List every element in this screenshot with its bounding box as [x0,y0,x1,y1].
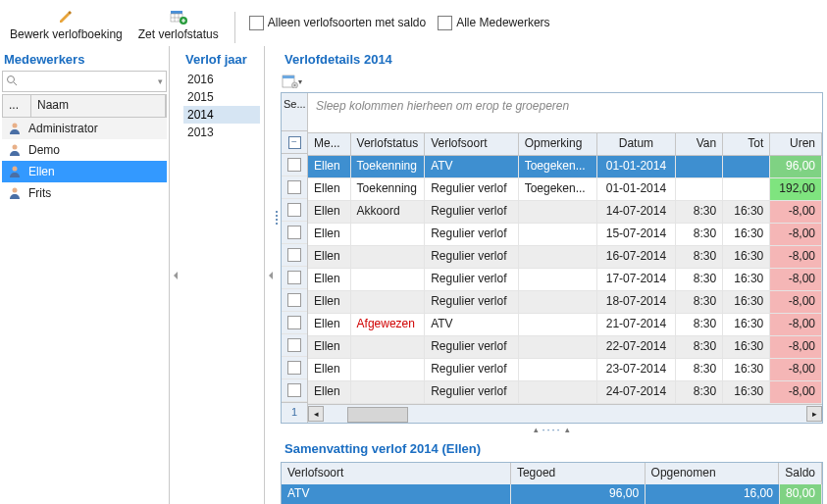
table-row[interactable]: EllenRegulier verlof17-07-20148:3016:30-… [308,269,822,291]
row-checkbox-cell[interactable] [282,289,307,312]
row-checkbox[interactable] [287,271,301,284]
scroll-right-button[interactable]: ▸ [806,406,822,422]
employee-row[interactable]: Frits [2,182,167,204]
col-opmerking[interactable]: Opmerking [519,133,597,155]
chevron-down-icon[interactable]: ▾ [298,77,302,86]
year-item[interactable]: 2015 [183,88,260,106]
sum-col-tegoed[interactable]: Tegoed [511,463,646,484]
row-checkbox[interactable] [287,293,301,307]
cell-verlofstatus: Toekenning [351,156,426,177]
employee-header-icon-col[interactable]: ... [3,95,31,117]
col-datum[interactable]: Datum [597,133,676,155]
table-row[interactable]: EllenRegulier verlof15-07-20148:3016:30-… [308,224,822,246]
row-checkbox[interactable] [287,383,301,397]
employee-header-name[interactable]: Naam [31,95,166,117]
cell-verlofstatus [351,246,426,268]
set-status-button[interactable]: Zet verlofstatus [132,2,225,43]
table-row[interactable]: EllenRegulier verlof23-07-20148:3016:30-… [308,359,822,381]
scrollbar-thumb[interactable] [347,407,408,423]
splitter-vertical-1[interactable] [170,46,181,504]
row-checkbox-cell[interactable] [282,154,307,176]
row-checkbox-cell[interactable] [282,334,307,357]
row-checkbox[interactable] [287,203,301,217]
row-checkbox[interactable] [287,248,301,262]
all-employees-checkbox[interactable]: Alle Medewerkers [434,14,553,32]
employee-row[interactable]: Demo [2,139,167,161]
table-row[interactable]: EllenRegulier verlof22-07-20148:3016:30-… [308,336,822,359]
sum-col-opgenomen[interactable]: Opgenomen [646,463,780,484]
cell-verlofstatus [351,291,426,313]
row-checkbox[interactable] [287,158,301,172]
col-verlofsoort[interactable]: Verlofsoort [425,133,518,155]
employee-row[interactable]: Administrator [2,118,167,139]
cell-van: 8:30 [676,381,723,403]
table-row[interactable]: EllenRegulier verlof18-07-20148:3016:30-… [308,291,822,314]
col-medewerker[interactable]: Me... [308,133,351,155]
cell-van [676,156,723,177]
cell-medewerker: Ellen [308,246,351,268]
cell-medewerker: Ellen [308,156,351,177]
table-row[interactable]: EllenToekenningATVToegeken...01-01-20149… [308,156,822,178]
cell-medewerker: Ellen [308,224,351,245]
splitter-vertical-2[interactable] [265,46,277,504]
row-checkbox[interactable] [287,338,301,352]
horizontal-scrollbar[interactable] [326,407,806,421]
group-by-area[interactable]: Sleep kolommen hierheen om erop te groep… [308,93,822,133]
table-row[interactable]: EllenAkkoordRegulier verlof14-07-20148:3… [308,201,822,224]
employee-search-input[interactable] [3,73,155,90]
row-checkbox-cell[interactable] [282,244,307,267]
grid-options-icon[interactable] [281,73,300,90]
employee-row[interactable]: Ellen [2,161,167,182]
cell-van [676,178,723,200]
summary-row[interactable]: ATV96,0016,0080,00 [282,484,822,504]
cell-tot: 16:30 [723,381,770,403]
row-drag-handle[interactable] [274,211,280,225]
splitter-horizontal[interactable]: ▴ ···· ▴ [281,424,823,435]
cell-verlofstatus: Akkoord [351,201,426,223]
employee-grid-header: ... Naam [2,94,167,118]
col-verlofstatus[interactable]: Verlofstatus [351,133,426,155]
cell-uren: 96,00 [770,156,822,177]
year-item[interactable]: 2016 [183,71,260,88]
table-row[interactable]: EllenRegulier verlof16-07-20148:3016:30-… [308,246,822,269]
row-checkbox[interactable] [287,226,301,239]
cell-tot [723,156,770,177]
cell-verlofstatus [351,269,426,290]
row-checkbox[interactable] [287,316,301,329]
year-item[interactable]: 2014 [183,106,260,124]
row-checkbox-cell[interactable] [282,312,307,334]
scroll-left-button[interactable]: ◂ [308,406,324,422]
sum-col-verlofsoort[interactable]: Verlofsoort [282,463,511,484]
table-row[interactable]: EllenRegulier verlof24-07-20148:3016:30-… [308,381,822,404]
row-checkbox-cell[interactable] [282,357,307,379]
grid-page-indicator[interactable]: 1 [282,402,307,421]
row-checkbox[interactable] [287,361,301,375]
row-checkbox-cell[interactable] [282,222,307,244]
row-checkbox-cell[interactable] [282,267,307,289]
cell-uren: -8,00 [770,224,822,245]
year-item[interactable]: 2013 [183,124,260,141]
row-checkbox-cell[interactable] [282,379,307,402]
cell-opmerking [519,201,597,223]
row-checkbox-cell[interactable] [282,176,307,199]
col-van[interactable]: Van [676,133,723,155]
cell-datum: 21-07-2014 [597,314,676,335]
only-balance-checkbox[interactable]: Alleen verlofsoorten met saldo [245,14,430,32]
table-row[interactable]: EllenToekenningRegulier verlofToegeken..… [308,178,822,201]
col-uren[interactable]: Uren [770,133,822,155]
row-checkbox[interactable] [287,180,301,194]
details-grid-scroll: Sleep kolommen hierheen om erop te groep… [308,93,822,423]
row-checkbox-cell[interactable] [282,199,307,222]
col-tot[interactable]: Tot [723,133,770,155]
cell-tot [723,178,770,200]
sum-col-saldo[interactable]: Saldo [779,463,822,484]
table-row[interactable]: EllenAfgewezenATV21-07-20148:3016:30-8,0… [308,314,822,336]
chevron-down-icon[interactable]: ▾ [155,76,166,86]
edit-booking-button[interactable]: Bewerk verlofboeking [4,2,129,43]
search-header-cell[interactable]: Se... [282,93,307,131]
expand-all-toggle[interactable]: − [282,131,307,154]
cell-tot: 16:30 [723,224,770,245]
sum-cell-verlofsoort: ATV [282,484,511,504]
cell-uren: -8,00 [770,269,822,290]
cell-opmerking: Toegeken... [519,156,597,177]
